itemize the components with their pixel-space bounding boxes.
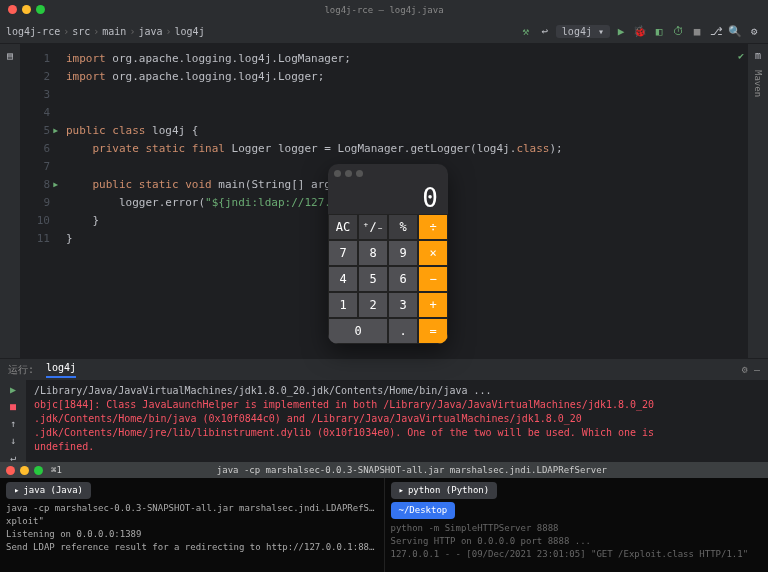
calc-key-1[interactable]: 1: [328, 292, 358, 318]
minimize-icon[interactable]: [20, 466, 29, 475]
maven-tool-icon[interactable]: m: [751, 48, 765, 62]
maximize-icon[interactable]: [36, 5, 45, 14]
external-term-titlebar: ⌘1 java -cp marshalsec-0.0.3-SNAPSHOT-al…: [0, 462, 768, 478]
calc-display: 0: [328, 182, 448, 214]
calc-key-9[interactable]: 9: [388, 240, 418, 266]
calc-key-8[interactable]: 8: [358, 240, 388, 266]
term-line: Serving HTTP on 0.0.0.0 port 8888 ...: [391, 535, 763, 548]
debug-icon[interactable]: 🐞: [632, 24, 648, 40]
term-line: Listening on 0.0.0.0:1389: [6, 528, 378, 541]
calc-key-6[interactable]: 6: [388, 266, 418, 292]
run-tab-log4j[interactable]: log4j: [46, 362, 76, 378]
calc-key-divide[interactable]: ÷: [418, 214, 448, 240]
crumb-file[interactable]: log4j: [175, 26, 205, 37]
crumb-main[interactable]: main: [102, 26, 126, 37]
console-actions: ▶ ■ ↑ ↓ ↵ 🖶 🗑: [0, 380, 26, 462]
terminal-left[interactable]: ▸ java (Java) java -cp marshalsec-0.0.3-…: [0, 478, 385, 572]
close-icon[interactable]: [8, 5, 17, 14]
run-gutter-icon[interactable]: ▶: [53, 176, 58, 194]
term-line: Send LDAP reference result for a redirec…: [6, 541, 378, 554]
run-icon[interactable]: ▶: [613, 24, 629, 40]
up-icon[interactable]: ↑: [6, 418, 20, 429]
crumb-project[interactable]: log4j-rce: [6, 26, 60, 37]
breadcrumb[interactable]: log4j-rce› src› main› java› log4j: [6, 26, 205, 37]
close-icon[interactable]: [6, 466, 15, 475]
hammer-icon[interactable]: ⚒: [518, 24, 534, 40]
calc-key-7[interactable]: 7: [328, 240, 358, 266]
term-cwd: ~/Desktop: [391, 502, 456, 519]
calc-key-ac[interactable]: AC: [328, 214, 358, 240]
term-line: python -m SimpleHTTPServer 8888: [391, 522, 763, 535]
stop-icon[interactable]: ■: [6, 401, 20, 412]
toolbar: ⚒ ↩ log4j ▾ ▶ 🐞 ◧ ⏱ ■ ⎇ 🔍 ⚙: [518, 24, 762, 40]
term-tab-java[interactable]: ▸ java (Java): [6, 482, 91, 499]
git-icon[interactable]: ⎇: [708, 24, 724, 40]
calc-key-subtract[interactable]: −: [418, 266, 448, 292]
run-configuration[interactable]: log4j ▾: [556, 25, 610, 38]
stop-icon[interactable]: ■: [689, 24, 705, 40]
calc-key-multiply[interactable]: ×: [418, 240, 448, 266]
left-sidebar: ▤: [0, 44, 20, 364]
term-tab-python[interactable]: ▸ python (Python): [391, 482, 498, 499]
window-controls[interactable]: [8, 5, 45, 14]
calc-key-2[interactable]: 2: [358, 292, 388, 318]
calc-key-0[interactable]: 0: [328, 318, 388, 344]
console-line: objc[1844]: Class JavaLaunchHelper is im…: [34, 398, 760, 412]
terminal-panes: ▸ java (Java) java -cp marshalsec-0.0.3-…: [0, 478, 768, 572]
calc-key-percent[interactable]: %: [388, 214, 418, 240]
calc-key-equals[interactable]: =: [418, 318, 448, 344]
console-line: /Library/Java/JavaVirtualMachines/jdk1.8…: [34, 384, 760, 398]
maven-label[interactable]: Maven: [753, 70, 763, 97]
term-line: java -cp marshalsec-0.0.3-SNAPSHOT-all.j…: [6, 502, 378, 515]
console-output[interactable]: /Library/Java/JavaVirtualMachines/jdk1.8…: [26, 380, 768, 462]
calc-key-plusminus[interactable]: ⁺∕₋: [358, 214, 388, 240]
calc-key-5[interactable]: 5: [358, 266, 388, 292]
rerun-icon[interactable]: ▶: [6, 384, 20, 395]
hide-icon[interactable]: —: [754, 364, 760, 375]
term-title: java -cp marshalsec-0.0.3-SNAPSHOT-all.j…: [217, 465, 607, 475]
calc-key-4[interactable]: 4: [328, 266, 358, 292]
console-line: .jdk/Contents/Home/bin/java (0x10f0844c0…: [34, 412, 760, 426]
terminal-right[interactable]: ▸ python (Python) ~/Desktop python -m Si…: [385, 478, 769, 572]
project-tool-icon[interactable]: ▤: [3, 48, 17, 62]
profile-icon[interactable]: ⏱: [670, 24, 686, 40]
calculator-window[interactable]: 0 AC ⁺∕₋ % ÷ 7 8 9 × 4 5 6 − 1 2 3 + 0 .…: [328, 164, 448, 344]
calc-key-3[interactable]: 3: [388, 292, 418, 318]
calc-keypad: AC ⁺∕₋ % ÷ 7 8 9 × 4 5 6 − 1 2 3 + 0 . =: [328, 214, 448, 344]
gear-icon[interactable]: ⚙: [742, 364, 748, 375]
calc-key-dot[interactable]: .: [388, 318, 418, 344]
console: ▶ ■ ↑ ↓ ↵ 🖶 🗑 /Library/Java/JavaVirtualM…: [0, 380, 768, 462]
calc-titlebar[interactable]: [328, 164, 448, 182]
window-title: log4j-rce – log4j.java: [324, 5, 443, 15]
search-icon[interactable]: 🔍: [727, 24, 743, 40]
console-line: .jdk/Contents/Home/jre/lib/libinstrument…: [34, 426, 760, 440]
right-sidebar: m Maven: [748, 44, 768, 364]
settings-icon[interactable]: ⚙: [746, 24, 762, 40]
term-window-controls[interactable]: [6, 466, 43, 475]
bookmark-icon[interactable]: ✔: [738, 50, 744, 61]
back-icon[interactable]: ↩: [537, 24, 553, 40]
gutter: 1 2 3 4 5▶ 6 7 8▶ 9 10 11: [20, 44, 56, 358]
run-gutter-icon[interactable]: ▶: [53, 122, 58, 140]
run-label: 运行:: [8, 363, 34, 377]
crumb-java[interactable]: java: [138, 26, 162, 37]
down-icon[interactable]: ↓: [6, 435, 20, 446]
minimize-icon[interactable]: [22, 5, 31, 14]
run-panel-tabs: 运行: log4j ⚙ —: [0, 358, 768, 380]
term-line: 127.0.0.1 - - [09/Dec/2021 23:01:05] "GE…: [391, 548, 763, 561]
titlebar: log4j-rce – log4j.java: [0, 0, 768, 20]
coverage-icon[interactable]: ◧: [651, 24, 667, 40]
navbar: log4j-rce› src› main› java› log4j ⚒ ↩ lo…: [0, 20, 768, 44]
crumb-src[interactable]: src: [72, 26, 90, 37]
maximize-icon[interactable]: [34, 466, 43, 475]
console-line: undefined.: [34, 440, 760, 454]
term-line: xploit": [6, 515, 378, 528]
calc-key-add[interactable]: +: [418, 292, 448, 318]
